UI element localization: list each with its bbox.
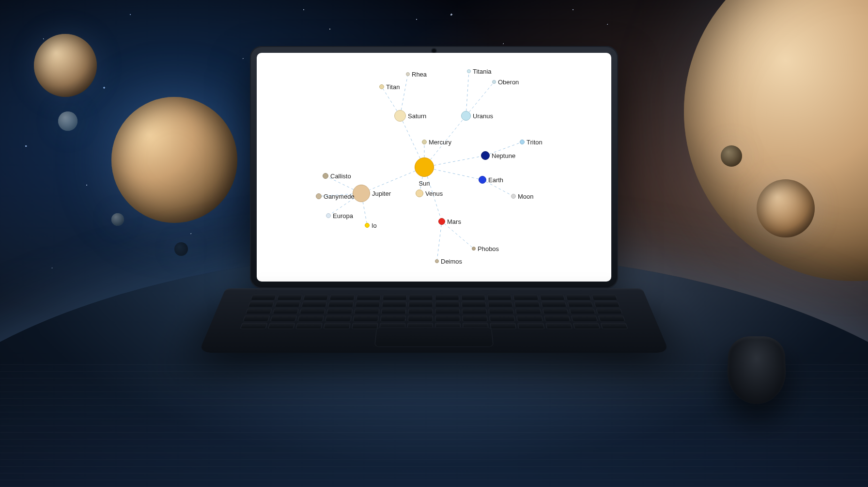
webcam-icon [432, 49, 436, 53]
node-dot-sun[interactable] [415, 157, 434, 177]
node-label-venus: Venus [425, 190, 443, 197]
node-label-deimos: Deimos [441, 258, 462, 265]
node-dot-titania[interactable] [467, 69, 471, 73]
edge-sun-jupiter [370, 171, 416, 190]
node-label-jupiter: Jupiter [372, 190, 391, 197]
node-dot-venus[interactable] [416, 189, 423, 197]
bg-planet-jovian-left [111, 97, 237, 223]
node-label-uranus: Uranus [473, 112, 493, 120]
node-dot-titan[interactable] [379, 84, 384, 89]
node-dot-oberon[interactable] [492, 80, 496, 84]
node-dot-callisto[interactable] [323, 173, 328, 179]
trackpad[interactable] [374, 327, 494, 347]
laptop: SunMercuryVenusEarthMoonMarsPhobosDeimos… [250, 46, 618, 385]
bg-planet-right-small [721, 145, 742, 167]
node-dot-earth[interactable] [479, 176, 486, 184]
node-label-oberon: Oberon [498, 79, 519, 86]
node-dot-saturn[interactable] [394, 110, 406, 122]
node-dot-rhea[interactable] [406, 72, 410, 76]
keyboard [240, 295, 628, 329]
node-dot-moon[interactable] [511, 194, 516, 199]
node-dot-neptune[interactable] [481, 151, 490, 160]
laptop-screen: SunMercuryVenusEarthMoonMarsPhobosDeimos… [257, 53, 611, 282]
node-label-titan: Titan [386, 83, 400, 91]
edge-jupiter-io [363, 202, 367, 223]
bg-planet-large-right [684, 0, 868, 281]
node-label-triton: Triton [527, 139, 542, 146]
node-dot-europa[interactable] [326, 213, 331, 218]
edge-sun-saturn [403, 121, 420, 158]
bg-planet-small-3 [174, 242, 188, 256]
node-label-io: Io [372, 222, 377, 229]
node-dot-ganymede[interactable] [316, 193, 322, 199]
bg-planet-small-1 [58, 111, 78, 131]
edge-sun-earth [434, 169, 479, 179]
edge-sun-neptune [434, 157, 481, 166]
node-dot-uranus[interactable] [461, 111, 471, 121]
node-dot-mercury[interactable] [422, 140, 427, 144]
node-dot-deimos[interactable] [435, 259, 439, 263]
node-label-sun: Sun [418, 180, 430, 187]
scene-space-background: SunMercuryVenusEarthMoonMarsPhobosDeimos… [0, 0, 868, 487]
node-label-earth: Earth [488, 176, 503, 184]
laptop-deck [199, 288, 669, 353]
node-label-saturn: Saturn [408, 112, 426, 120]
node-dot-phobos[interactable] [472, 247, 476, 251]
node-dot-triton[interactable] [520, 140, 525, 144]
node-label-mercury: Mercury [429, 139, 451, 146]
node-dot-io[interactable] [365, 223, 370, 228]
node-label-callisto: Callisto [330, 173, 351, 180]
edge-earth-moon [486, 182, 512, 195]
graph-edges [257, 53, 611, 282]
bg-planet-top-left [34, 34, 97, 97]
node-label-titania: Titania [473, 67, 492, 75]
edge-uranus-oberon [469, 83, 493, 112]
edge-mars-deimos [437, 225, 441, 259]
solar-system-graph[interactable]: SunMercuryVenusEarthMoonMarsPhobosDeimos… [257, 53, 611, 282]
laptop-lid: SunMercuryVenusEarthMoonMarsPhobosDeimos… [250, 46, 618, 288]
node-dot-mars[interactable] [438, 218, 445, 225]
node-label-moon: Moon [518, 193, 534, 200]
edge-uranus-titania [466, 73, 469, 111]
node-label-ganymede: Ganymede [324, 193, 355, 200]
bg-planet-right-mid [757, 179, 815, 237]
node-label-neptune: Neptune [492, 152, 515, 159]
node-label-phobos: Phobos [478, 245, 499, 252]
edge-saturn-titan [383, 89, 397, 111]
node-dot-jupiter[interactable] [353, 185, 370, 202]
node-label-rhea: Rhea [412, 71, 427, 78]
bg-planet-small-2 [111, 213, 124, 226]
node-label-mars: Mars [447, 218, 461, 225]
node-label-europa: Europa [333, 212, 353, 220]
edge-saturn-rhea [401, 76, 407, 110]
edge-mars-phobos [444, 224, 472, 248]
